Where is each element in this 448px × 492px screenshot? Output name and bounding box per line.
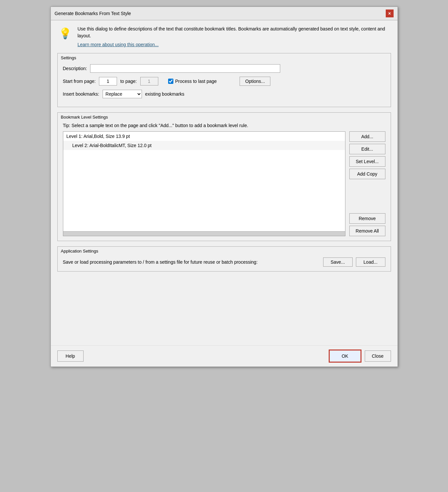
insert-bookmarks-select[interactable]: Replace Append Prepend	[103, 90, 142, 98]
tip-text: Tip: Select a sample text on the page an…	[63, 123, 385, 128]
bookmark-level1-item[interactable]: Level 1: Arial,Bold, Size 13.9 pt	[63, 132, 345, 141]
header-section: 💡 Use this dialog to define descriptions…	[57, 26, 391, 47]
process-to-last-label: Process to last page	[175, 79, 217, 84]
insert-bookmarks-label: Insert bookmarks:	[63, 91, 99, 97]
edit-button[interactable]: Edit...	[349, 144, 385, 154]
process-to-last-checkbox[interactable]	[168, 79, 173, 84]
app-settings-buttons: Save... Load...	[323, 257, 385, 267]
settings-section: Settings Description: Start from page: t…	[57, 53, 391, 107]
options-button[interactable]: Options...	[240, 77, 270, 86]
learn-more-link[interactable]: Learn more about using this operation...	[78, 42, 159, 47]
start-page-input[interactable]	[99, 77, 117, 85]
to-page-input[interactable]	[140, 77, 158, 85]
bottom-buttons: Help OK Close	[51, 345, 398, 367]
bookmark-main: Level 1: Arial,Bold, Size 13.9 pt Level …	[63, 131, 385, 236]
settings-body: Description: Start from page: to page: P…	[58, 62, 391, 107]
bookmark-level2-item[interactable]: Level 2: Arial-BoldItalicMT, Size 12.0 p…	[63, 141, 345, 150]
help-button[interactable]: Help	[57, 350, 84, 362]
settings-section-label: Settings	[58, 53, 391, 62]
remove-all-button[interactable]: Remove All	[349, 226, 385, 236]
close-dialog-button[interactable]: Close	[365, 350, 391, 362]
start-page-label: Start from page:	[63, 79, 96, 84]
title-bar: Generate Bookmarks From Text Style ×	[51, 7, 398, 20]
bulb-icon: 💡	[57, 26, 73, 41]
horizontal-scrollbar[interactable]	[63, 231, 345, 236]
bookmark-level-body: Tip: Select a sample text on the page an…	[58, 121, 391, 241]
page-range-row: Start from page: to page: Process to las…	[63, 77, 385, 86]
generate-bookmarks-dialog: Generate Bookmarks From Text Style × 💡 U…	[50, 7, 398, 367]
description-label: Description:	[63, 66, 87, 71]
header-text: Use this dialog to define descriptions o…	[78, 26, 391, 47]
bookmark-list[interactable]: Level 1: Arial,Bold, Size 13.9 pt Level …	[63, 132, 345, 231]
bookmark-buttons: Add... Edit... Set Level... Add Copy Rem…	[349, 131, 385, 236]
existing-bookmarks-label: existing bookmarks	[145, 91, 185, 97]
description-input[interactable]	[90, 64, 280, 73]
add-button[interactable]: Add...	[349, 131, 385, 142]
dialog-title: Generate Bookmarks From Text Style	[55, 11, 131, 16]
app-settings-description: Save or load processing parameters to / …	[63, 259, 317, 266]
add-copy-button[interactable]: Add Copy	[349, 169, 385, 179]
application-settings-section: Application Settings Save or load proces…	[57, 246, 391, 272]
ok-button[interactable]: OK	[329, 350, 361, 363]
bookmark-level-section-label: Bookmark Level Settings	[58, 113, 391, 121]
process-to-last-container: Process to last page	[168, 79, 217, 84]
application-settings-label: Application Settings	[58, 247, 391, 255]
header-description: Use this dialog to define descriptions o…	[78, 26, 391, 39]
load-button[interactable]: Load...	[356, 257, 385, 267]
bookmark-level-section: Bookmark Level Settings Tip: Select a sa…	[57, 112, 391, 241]
remove-button[interactable]: Remove	[349, 213, 385, 224]
description-row: Description:	[63, 64, 385, 73]
to-page-label: to page:	[120, 79, 137, 84]
insert-bookmarks-row: Insert bookmarks: Replace Append Prepend…	[63, 90, 385, 98]
dialog-content: 💡 Use this dialog to define descriptions…	[51, 20, 398, 345]
save-button[interactable]: Save...	[323, 257, 353, 267]
title-close-button[interactable]: ×	[386, 9, 394, 17]
application-settings-body: Save or load processing parameters to / …	[58, 255, 391, 271]
set-level-button[interactable]: Set Level...	[349, 156, 385, 167]
